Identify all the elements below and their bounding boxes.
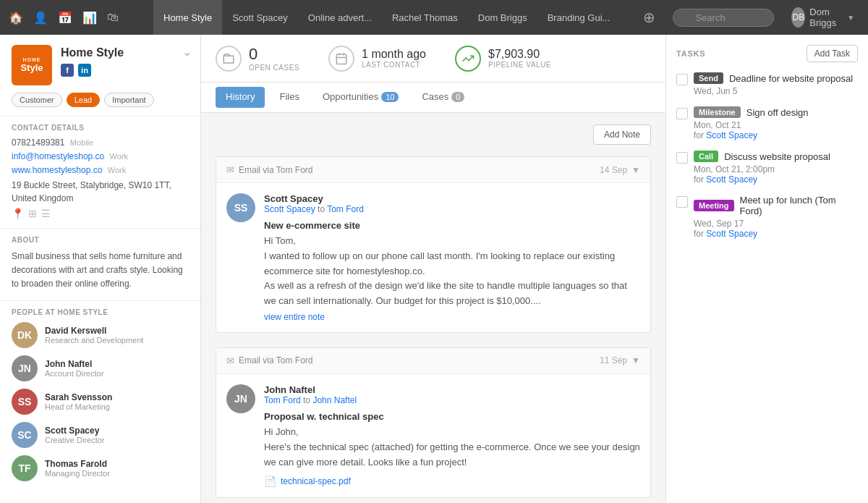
nav-tab-scottspacey[interactable]: Scott Spacey	[222, 0, 298, 35]
opportunities-badge: 10	[381, 92, 399, 102]
task-content-2: Milestone Sign off design Mon, Oct 21 fo…	[694, 106, 809, 140]
avatar: SC	[12, 422, 38, 448]
task-for-link-3[interactable]: Scott Spacey	[706, 174, 757, 185]
person-name[interactable]: Scott Spacey	[45, 426, 105, 436]
task-content-1: Send Deadline for website proposal Wed, …	[694, 72, 853, 96]
activity-greeting-1: Hi Tom, I wanted to follow up on our pho…	[264, 234, 640, 309]
stat-last-contact: 1 month ago LAST CONTACT	[328, 46, 426, 72]
add-tab-button[interactable]: ⊕	[643, 9, 655, 26]
task-checkbox-2[interactable]	[676, 108, 688, 119]
stat-contact-label: LAST CONTACT	[362, 61, 426, 69]
person-name[interactable]: John Naftel	[45, 359, 103, 369]
person-name[interactable]: Thomas Farold	[45, 459, 110, 469]
tag-important[interactable]: Important	[104, 93, 153, 107]
activity-body-1: SS Scott Spacey Scott Spacey to Tom Ford…	[216, 183, 650, 332]
task-date-2: Mon, Oct 21	[694, 120, 809, 130]
task-for-3: for Scott Spacey	[694, 174, 830, 185]
linkedin-icon[interactable]: in	[78, 64, 91, 77]
task-checkbox-4[interactable]	[676, 196, 688, 208]
task-text-4: Meet up for lunch (Tom Ford)	[740, 195, 858, 216]
activity-from-to-2: Tom Ford to John Naftel	[264, 395, 640, 405]
activity-type-2: Email via Tom Ford	[239, 355, 312, 365]
to-link-2[interactable]: John Naftel	[312, 395, 357, 405]
list-icon[interactable]: ☰	[41, 208, 51, 219]
task-checkbox-1[interactable]	[676, 74, 688, 85]
company-name-area: Home Style f in	[61, 45, 189, 77]
email-link[interactable]: info@homestyleshop.co	[12, 151, 104, 161]
grid-icon[interactable]: ⊞	[28, 208, 37, 219]
nav-tab-dombriggs[interactable]: Dom Briggs	[468, 0, 537, 35]
svg-rect-0	[336, 54, 346, 64]
activity-avatar-2: JN	[226, 384, 255, 413]
task-text-1: Deadline for website proposal	[729, 73, 853, 84]
main-layout: HOME Style Home Style f in ⌄ Customer Le…	[0, 35, 868, 503]
activity-name-1: Scott Spacey	[264, 193, 640, 204]
chart-icon[interactable]: 📊	[82, 11, 97, 25]
from-link-2[interactable]: Tom Ford	[264, 395, 301, 405]
person-name[interactable]: Sarah Svensson	[45, 392, 112, 402]
expand-icon-2[interactable]: ▼	[631, 355, 640, 365]
attachment-link[interactable]: technical-spec.pdf	[281, 476, 351, 486]
facebook-icon[interactable]: f	[61, 64, 74, 77]
person-name[interactable]: David Kerswell	[45, 326, 143, 336]
calendar-stat-icon	[328, 46, 354, 72]
person-info: Scott Spacey Creative Director	[45, 426, 105, 444]
tab-opportunities[interactable]: Opportunities 10	[311, 83, 411, 112]
map-pin-icon[interactable]: 📍	[12, 208, 24, 219]
collapse-button[interactable]: ⌄	[182, 45, 192, 59]
stat-pipeline-label: PIPELINE VALUE	[488, 61, 551, 69]
expand-icon-1[interactable]: ▼	[631, 165, 640, 175]
tab-files[interactable]: Files	[268, 83, 310, 112]
divider-3	[0, 300, 200, 301]
stat-cases-info: 0 OPEN CASES	[249, 45, 299, 72]
activity-subject-1: New e-commerce site	[264, 220, 640, 231]
people-section: PEOPLE AT HOME STYLE DK David Kerswell R…	[0, 308, 200, 497]
nav-tab-onlineadvert[interactable]: Online advert...	[298, 0, 382, 35]
list-item: TF Thomas Farold Managing Director	[12, 455, 189, 481]
bag-icon[interactable]: 🛍	[107, 11, 119, 24]
right-sidebar: TASKS Add Task Send Deadline for website…	[665, 35, 868, 503]
website-link[interactable]: www.homestyleshop.co	[12, 165, 102, 175]
person-role: Head of Marketing	[45, 402, 112, 411]
task-tags-3: Call Discuss website proposal	[694, 151, 830, 162]
tag-lead[interactable]: Lead	[67, 93, 100, 107]
view-entire-note-1[interactable]: view entire note	[264, 312, 325, 322]
divider-2	[0, 228, 200, 229]
website-type: Work	[108, 166, 126, 174]
pdf-icon: 📄	[264, 475, 276, 487]
user-avatar: DB	[791, 7, 805, 28]
home-icon[interactable]: 🏠	[9, 11, 23, 25]
person-info: Thomas Farold Managing Director	[45, 459, 110, 478]
nav-user[interactable]: DB Dom Briggs ▼	[791, 7, 854, 28]
person-icon[interactable]: 👤	[33, 11, 48, 25]
add-note-button[interactable]: Add Note	[593, 124, 651, 145]
person-info: David Kerswell Research and Development	[45, 326, 143, 345]
company-logo: HOME Style	[12, 45, 52, 85]
tab-history[interactable]: History	[216, 87, 265, 108]
stat-pipeline: $7,903.90 PIPELINE VALUE	[455, 46, 551, 72]
tag-customer[interactable]: Customer	[12, 93, 62, 107]
task-text-3: Discuss website proposal	[724, 151, 830, 162]
activity-body-2: JN John Naftel Tom Ford to John Naftel P…	[216, 374, 650, 497]
nav-tab-homestyle[interactable]: Home Style	[153, 0, 222, 35]
task-checkbox-3[interactable]	[676, 152, 688, 164]
calendar-icon[interactable]: 📅	[58, 11, 72, 25]
nav-tab-rachelthomas[interactable]: Rachel Thomas	[382, 0, 468, 35]
company-header: HOME Style Home Style f in ⌄	[0, 35, 200, 93]
tab-cases[interactable]: Cases 0	[410, 83, 476, 112]
list-item: DK David Kerswell Research and Developme…	[12, 322, 189, 348]
nav-tab-brandinggui[interactable]: Branding Gui...	[537, 0, 621, 35]
from-link-1[interactable]: Scott Spacey	[264, 204, 315, 214]
search-input[interactable]	[695, 12, 775, 23]
company-tags: Customer Lead Important	[0, 93, 200, 116]
tasks-title: TASKS	[676, 49, 705, 58]
avatar: JN	[12, 355, 38, 381]
center-content: 0 OPEN CASES 1 month ago LAST CONTACT	[201, 35, 665, 503]
to-link-1[interactable]: Tom Ford	[327, 204, 364, 214]
task-item-2: Milestone Sign off design Mon, Oct 21 fo…	[676, 106, 858, 140]
task-tags-1: Send Deadline for website proposal	[694, 72, 853, 84]
add-task-button[interactable]: Add Task	[807, 45, 858, 62]
nav-search-wrap	[673, 9, 774, 27]
task-for-link-4[interactable]: Scott Spacey	[706, 229, 757, 239]
task-for-link-2[interactable]: Scott Spacey	[706, 130, 757, 140]
